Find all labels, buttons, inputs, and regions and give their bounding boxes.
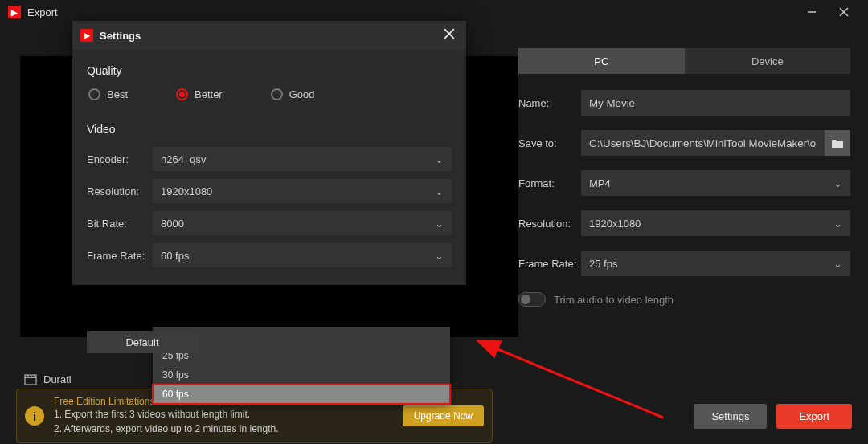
format-value: MP4 [589,177,611,189]
settings-modal: ▶ Settings Quality Best Better Good Vide… [72,21,466,285]
modal-app-icon: ▶ [80,29,93,42]
trim-audio-label: Trim audio to video length [554,294,674,306]
framerate-select[interactable]: 25 fps ⌄ [581,251,850,276]
app-icon: ▶ [8,6,21,18]
name-input[interactable] [581,90,850,116]
tab-device[interactable]: Device [685,48,851,74]
clapper-icon [24,374,37,385]
upgrade-button[interactable]: Upgrade Now [403,405,484,426]
window-title: Export [27,6,58,18]
encoder-label: Encoder: [87,153,153,165]
minimize-button[interactable] [796,0,828,24]
default-button[interactable]: Default [87,331,198,353]
encoder-value: h264_qsv [161,153,206,165]
video-heading: Video [87,123,452,136]
chevron-down-icon: ⌄ [435,218,444,230]
output-tabs: PC Device [518,48,850,74]
radio-icon [271,88,283,100]
resolution-value: 1920x1080 [589,218,641,230]
framerate-option[interactable]: 30 fps [153,365,450,385]
radio-label: Good [289,88,315,100]
export-panel: PC Device Name: Save to: Format: MP4 ⌄ [518,24,868,385]
close-button[interactable] [828,0,860,24]
modal-resolution-value: 1920x1080 [161,185,212,198]
folder-icon [831,138,844,149]
modal-title: Settings [100,30,141,42]
chevron-down-icon: ⌄ [833,218,842,230]
svg-rect-3 [25,377,36,385]
radio-label: Best [107,88,128,100]
bitrate-select[interactable]: 8000 ⌄ [153,211,452,235]
quality-good[interactable]: Good [271,88,315,100]
modal-close-button[interactable] [440,25,458,46]
quality-radio-group: Best Better Good [87,88,452,100]
framerate-option-selected[interactable]: 60 fps [153,385,450,404]
chevron-down-icon: ⌄ [435,153,444,165]
resolution-select[interactable]: 1920x1080 ⌄ [581,210,850,236]
modal-resolution-label: Resolution: [87,185,153,198]
format-select[interactable]: MP4 ⌄ [581,170,850,196]
modal-titlebar: ▶ Settings [72,21,466,50]
chevron-down-icon: ⌄ [833,258,842,270]
encoder-select[interactable]: h264_qsv ⌄ [153,147,452,171]
export-button[interactable]: Export [776,404,852,429]
quality-better[interactable]: Better [176,88,223,100]
radio-label: Better [194,88,223,100]
saveto-input[interactable] [581,130,825,156]
limit-line-2: 2. Afterwards, export video up to 2 minu… [54,422,393,436]
browse-button[interactable] [825,130,850,156]
modal-framerate-value: 60 fps [161,250,189,262]
radio-icon [88,88,100,100]
bitrate-value: 8000 [161,218,184,230]
saveto-label: Save to: [518,137,581,149]
limit-line-1: 1. Export the first 3 videos without len… [54,407,393,422]
chevron-down-icon: ⌄ [435,250,444,262]
settings-button[interactable]: Settings [694,404,767,429]
chevron-down-icon: ⌄ [833,177,842,189]
framerate-label: Frame Rate: [518,258,581,270]
format-label: Format: [518,177,581,189]
modal-framerate-select[interactable]: 60 fps ⌄ [153,243,452,267]
radio-icon [176,88,188,100]
resolution-label: Resolution: [518,218,581,230]
tab-pc[interactable]: PC [518,48,685,74]
name-label: Name: [518,97,581,109]
modal-framerate-label: Frame Rate: [87,250,153,262]
quality-heading: Quality [87,64,452,77]
info-icon: i [25,406,44,426]
framerate-value: 25 fps [589,258,617,270]
chevron-down-icon: ⌄ [435,185,444,198]
duration-label: Durati [43,373,72,385]
trim-audio-toggle[interactable] [518,292,546,307]
duration-row: Durati [24,373,72,385]
modal-resolution-select[interactable]: 1920x1080 ⌄ [153,179,452,203]
quality-best[interactable]: Best [88,88,128,100]
bitrate-label: Bit Rate: [87,218,153,230]
